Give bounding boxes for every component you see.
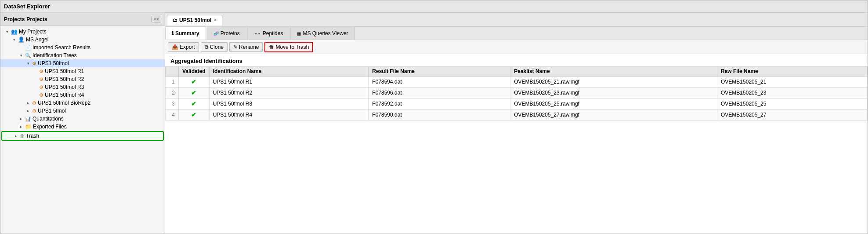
export-button[interactable]: 📤 Export (168, 42, 199, 52)
row-raw-file: OVEMB150205_21 (717, 77, 868, 88)
sidebar-item-label: Identification Trees (33, 52, 77, 58)
bar-chart-icon: 📊 (25, 116, 31, 122)
sidebar-item-label: MS Angel (26, 37, 48, 43)
sidebar-item-label: UPS1 5fmol (38, 108, 66, 114)
row-number: 2 (166, 88, 179, 99)
projects-label: Projects (4, 16, 25, 22)
expand-icon: ▸ (18, 116, 24, 122)
row-result-file: F078596.dat (369, 88, 510, 99)
table-row[interactable]: 1 ✔ UPS1 50fmol R1 F078594.dat OVEMB1502… (166, 77, 868, 88)
person-icon: 👤 (18, 37, 25, 43)
spacer: ▸ (32, 84, 38, 90)
clone-label: Clone (210, 44, 224, 50)
row-identification-name: UPS1 50fmol R2 (209, 88, 369, 99)
content-area: Aggregated Identifications Validated Ide… (165, 54, 868, 234)
sidebar-item-exported-files[interactable]: ▸ 📁 Exported Files (0, 123, 165, 131)
dna-icon: ⚙ (32, 108, 36, 114)
subtab-bar: ℹ Summary 🧬 Proteins ⚬⚬ Peptides ▦ MS Qu… (165, 27, 868, 40)
tab-close-button[interactable]: × (214, 18, 217, 22)
subtab-peptides[interactable]: ⚬⚬ Peptides (247, 27, 290, 40)
row-raw-file: OVEMB150205_25 (717, 99, 868, 110)
sidebar-item-label: UPS1 50fmol (38, 60, 69, 66)
collapse-button[interactable]: << (152, 16, 161, 22)
row-raw-file: OVEMB150205_27 (717, 110, 868, 121)
subtab-label: MS Queries Viewer (303, 30, 348, 37)
spacer: ▸ (32, 76, 38, 82)
sidebar-item-my-projects[interactable]: ▾ 👥 My Projects (0, 28, 165, 36)
sidebar-item-identification-trees[interactable]: ▾ 🔍 Identification Trees (0, 51, 165, 59)
row-number: 3 (166, 99, 179, 110)
dna-icon: ⚙ (32, 61, 36, 66)
trash-icon: 🗑 (20, 133, 25, 139)
row-number: 1 (166, 77, 179, 88)
col-result-file-name: Result File Name (369, 66, 510, 77)
main-tab-ups1-50fmol[interactable]: 🗂 UPS1 50fmol × (167, 15, 222, 26)
sidebar-item-ups1-5fmol[interactable]: ▸ ⚙ UPS1 5fmol (0, 107, 165, 115)
sidebar-item-ups1-50fmol[interactable]: ▾ ⚙ UPS1 50fmol (0, 59, 165, 67)
row-peaklist: OVEMB150205_21.raw.mgf (510, 77, 717, 88)
rename-label: Rename (239, 44, 259, 50)
col-raw-file-name: Raw File Name (717, 66, 868, 77)
toolbar: 📤 Export ⧉ Clone ✎ Rename 🗑 Move to Tras… (165, 40, 868, 54)
sidebar-item-ups1-50fmol-biorep2[interactable]: ▸ ⚙ UPS1 50fmol BioRep2 (0, 99, 165, 107)
row-result-file: F078590.dat (369, 110, 510, 121)
folder-icon: 📁 (25, 124, 32, 130)
sidebar-tree: ▾ 👥 My Projects ▾ 👤 MS Angel ▸ 📄 Importe… (0, 26, 165, 234)
dna-icon: ⚙ (32, 100, 36, 106)
row-result-file: F078594.dat (369, 77, 510, 88)
sidebar-item-imported-search-results[interactable]: ▸ 📄 Imported Search Results (0, 44, 165, 51)
table-row[interactable]: 2 ✔ UPS1 50fmol R2 F078596.dat OVEMB1502… (166, 88, 868, 99)
table-row[interactable]: 3 ✔ UPS1 50fmol R3 F078592.dat OVEMB1502… (166, 99, 868, 110)
rename-button[interactable]: ✎ Rename (229, 42, 263, 52)
proteins-icon: 🧬 (213, 31, 219, 36)
sidebar-item-label: UPS1 50fmol BioRep2 (38, 100, 90, 106)
section-title: Aggregated Identifications (165, 54, 868, 66)
sidebar-item-ups1-50fmol-r1[interactable]: ▸ ⚙ UPS1 50fmol R1 (0, 67, 165, 75)
sidebar-item-ups1-50fmol-r3[interactable]: ▸ ⚙ UPS1 50fmol R3 (0, 83, 165, 91)
table-row[interactable]: 4 ✔ UPS1 50fmol R4 F078590.dat OVEMB1502… (166, 110, 868, 121)
sidebar-item-ms-angel[interactable]: ▾ 👤 MS Angel (0, 36, 165, 44)
col-validated: Validated (179, 66, 210, 77)
rename-icon: ✎ (233, 44, 238, 50)
row-peaklist: OVEMB150205_23.raw.mgf (510, 88, 717, 99)
aggregated-identifications-table: Validated Identification Name Result Fil… (165, 66, 868, 121)
subtab-proteins[interactable]: 🧬 Proteins (207, 27, 246, 40)
row-validated: ✔ (179, 99, 210, 110)
dataset-icon: 🗂 (173, 18, 177, 23)
projects-title: Projects (26, 16, 47, 22)
sidebar-item-quantitations[interactable]: ▸ 📊 Quantitations (0, 115, 165, 123)
sidebar-item-trash[interactable]: ▸ 🗑 Trash (1, 131, 164, 141)
clone-button[interactable]: ⧉ Clone (201, 42, 228, 52)
subtab-summary[interactable]: ℹ Summary (165, 27, 206, 40)
sidebar-item-label: UPS1 50fmol R4 (45, 92, 84, 98)
subtab-ms-queries-viewer[interactable]: ▦ MS Queries Viewer (290, 27, 354, 40)
sidebar-item-label: UPS1 50fmol R2 (45, 76, 84, 82)
move-to-trash-button[interactable]: 🗑 Move to Trash (264, 42, 313, 52)
spacer-icon: ▸ (18, 44, 24, 51)
spacer: ▸ (32, 92, 38, 98)
info-icon: ℹ (172, 30, 174, 36)
ms-viewer-icon: ▦ (297, 31, 301, 36)
validated-checkmark: ✔ (191, 111, 196, 118)
sidebar-item-label: Trash (26, 133, 39, 139)
person-icon: 👥 (11, 29, 18, 35)
dna-icon: ⚙ (39, 69, 43, 74)
sidebar-item-ups1-50fmol-r4[interactable]: ▸ ⚙ UPS1 50fmol R4 (0, 91, 165, 99)
sidebar-item-label: Quantitations (33, 116, 64, 122)
app-window: DataSet Explorer Projects Projects << ▾ … (0, 0, 868, 234)
sidebar-item-ups1-50fmol-r2[interactable]: ▸ ⚙ UPS1 50fmol R2 (0, 75, 165, 83)
col-identification-name: Identification Name (209, 66, 369, 77)
dna-icon: ⚙ (39, 77, 43, 82)
tab-label: UPS1 50fmol (179, 17, 211, 23)
expand-icon: ▾ (18, 52, 24, 58)
expand-icon: ▸ (18, 124, 24, 130)
row-number: 4 (166, 110, 179, 121)
row-validated: ✔ (179, 88, 210, 99)
app-title: DataSet Explorer (4, 3, 50, 10)
row-identification-name: UPS1 50fmol R1 (209, 77, 369, 88)
row-identification-name: UPS1 50fmol R3 (209, 99, 369, 110)
sidebar-header-left: Projects Projects (4, 16, 47, 22)
title-bar: DataSet Explorer (0, 0, 868, 13)
expand-icon: ▸ (25, 108, 31, 114)
clone-icon: ⧉ (205, 44, 209, 50)
